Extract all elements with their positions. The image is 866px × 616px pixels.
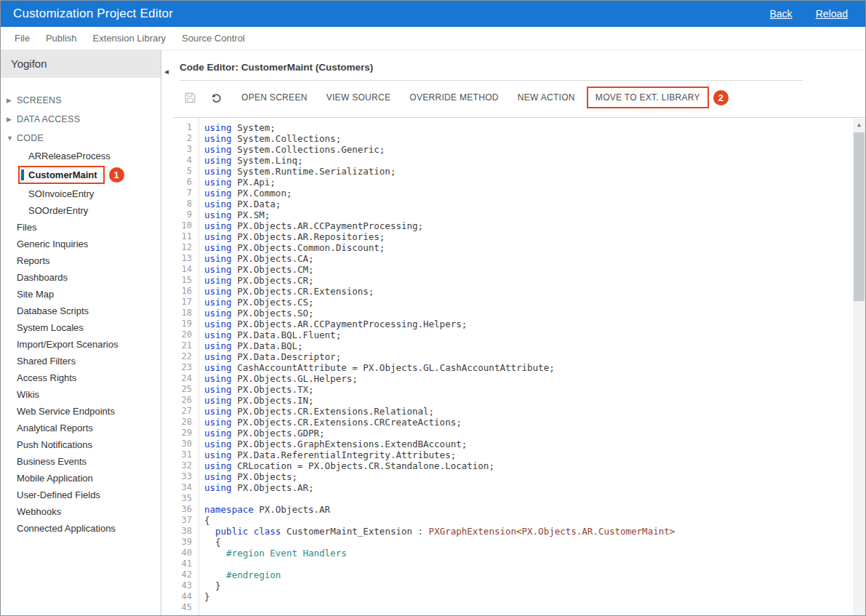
menu-item-publish[interactable]: Publish xyxy=(38,33,85,44)
menu-item-extension-library[interactable]: Extension Library xyxy=(85,33,174,44)
sidebar-item-generic-inquiries[interactable]: Generic Inquiries xyxy=(1,236,161,252)
code-line[interactable]: 5using System.Runtime.Serialization; xyxy=(174,166,853,177)
code-line[interactable]: 41 xyxy=(174,559,853,569)
code-line[interactable]: 22using PX.Data.Descriptor; xyxy=(174,351,853,362)
sidebar-item-soinvoiceentry[interactable]: SOInvoiceEntry xyxy=(1,185,161,202)
sidebar-item-dashboards[interactable]: Dashboards xyxy=(1,269,161,286)
line-number: 28 xyxy=(174,417,199,428)
line-number: 32 xyxy=(174,460,199,471)
code-line-text xyxy=(199,493,204,504)
code-line[interactable]: 10using PX.Objects.AR.CCPaymentProcessin… xyxy=(174,220,853,231)
undo-icon[interactable] xyxy=(206,92,226,104)
code-line[interactable]: 29using PX.Objects.GDPR; xyxy=(174,428,853,439)
code-lines[interactable]: 1using System;2using System.Collections;… xyxy=(174,118,853,616)
sidebar-section-data-access[interactable]: ▶ DATA ACCESS xyxy=(1,110,161,129)
code-line[interactable]: 11using PX.Objects.AR.Repositories; xyxy=(174,231,853,242)
code-line[interactable]: 33using PX.Objects; xyxy=(174,471,853,482)
sidebar-item-push-notifications[interactable]: Push Notifications xyxy=(1,436,161,453)
sidebar-item-wikis[interactable]: Wikis xyxy=(1,386,161,403)
code-line[interactable]: 35 xyxy=(174,493,853,504)
code-line[interactable]: 45 xyxy=(174,602,853,613)
code-line-text: using PX.Data.Descriptor; xyxy=(199,351,341,362)
reload-link[interactable]: Reload xyxy=(816,8,848,20)
code-line[interactable]: 40 #region Event Handlers xyxy=(174,548,853,559)
code-line[interactable]: 3using System.Collections.Generic; xyxy=(174,144,853,155)
open-screen-button[interactable]: OPEN SCREEN xyxy=(232,87,317,108)
code-line[interactable]: 36namespace PX.Objects.AR xyxy=(174,504,853,515)
code-line[interactable]: 17using PX.Objects.CS; xyxy=(174,297,853,308)
code-line[interactable]: 1using System; xyxy=(174,122,853,133)
code-line[interactable]: 34using PX.Objects.AR; xyxy=(174,482,853,493)
code-line[interactable]: 15using PX.Objects.CR; xyxy=(174,275,853,286)
code-line[interactable]: 7using PX.Common; xyxy=(174,188,853,199)
sidebar-item-files[interactable]: Files xyxy=(1,219,161,236)
code-line[interactable]: 18using PX.Objects.SO; xyxy=(174,308,853,319)
scroll-up-icon[interactable]: ▲ xyxy=(853,119,865,131)
code-line[interactable]: 16using PX.Objects.CR.Extensions; xyxy=(174,286,853,297)
new-action-button[interactable]: NEW ACTION xyxy=(508,87,585,108)
project-tree-panel: Yogifon ▶ SCREENS ▶ DATA ACCESS ▼ CODE A… xyxy=(1,50,161,616)
sidebar-item-user-defined-fields[interactable]: User-Defined Fields xyxy=(1,487,161,503)
code-line[interactable]: 43 } xyxy=(174,580,853,591)
code-line[interactable]: 25using PX.Objects.TX; xyxy=(174,384,853,395)
menu-item-file[interactable]: File xyxy=(7,33,38,44)
code-line[interactable]: 37{ xyxy=(174,515,853,526)
sidebar-item-reports[interactable]: Reports xyxy=(1,252,161,269)
sidebar-item-system-locales[interactable]: System Locales xyxy=(1,319,161,336)
menu-item-source-control[interactable]: Source Control xyxy=(174,33,253,44)
panel-collapse-icon[interactable]: ◄ xyxy=(163,68,170,76)
sidebar-item-access-rights[interactable]: Access Rights xyxy=(1,369,161,386)
sidebar-item-arreleaseprocess[interactable]: ARReleaseProcess xyxy=(1,148,161,164)
code-editor[interactable]: 1using System;2using System.Collections;… xyxy=(174,117,865,616)
code-line[interactable]: 42 #endregion xyxy=(174,569,853,580)
sidebar-item-business-events[interactable]: Business Events xyxy=(1,453,161,470)
sidebar-item-shared-filters[interactable]: Shared Filters xyxy=(1,353,161,369)
code-line[interactable]: 19using PX.Objects.AR.CCPaymentProcessin… xyxy=(174,319,853,329)
save-icon[interactable] xyxy=(180,92,200,103)
sidebar-item-connected-applications[interactable]: Connected Applications xyxy=(1,520,161,537)
code-line[interactable]: 28using PX.Objects.CR.Extensions.CRCreat… xyxy=(174,417,853,428)
code-line[interactable]: 8using PX.Data; xyxy=(174,199,853,209)
line-number: 22 xyxy=(174,351,199,362)
sidebar-item-import-export-scenarios[interactable]: Import/Export Scenarios xyxy=(1,336,161,353)
code-line[interactable]: 32using CRLocation = PX.Objects.CR.Stand… xyxy=(174,460,853,471)
code-line[interactable]: 30using PX.Objects.GraphExtensions.Exten… xyxy=(174,439,853,449)
sidebar-item-database-scripts[interactable]: Database Scripts xyxy=(1,303,161,319)
move-to-ext-library-button[interactable]: MOVE TO EXT. LIBRARY xyxy=(588,88,707,107)
line-number: 45 xyxy=(174,602,199,613)
code-line[interactable]: 2using System.Collections; xyxy=(174,133,853,144)
sidebar-item-webhooks[interactable]: Webhooks xyxy=(1,503,161,520)
code-line[interactable]: 44} xyxy=(174,591,853,602)
line-number: 43 xyxy=(174,580,199,591)
scrollbar-thumb[interactable] xyxy=(854,132,865,301)
code-line[interactable]: 20using PX.Data.BQL.Fluent; xyxy=(174,329,853,340)
code-line[interactable]: 4using System.Linq; xyxy=(174,155,853,166)
override-method-button[interactable]: OVERRIDE METHOD xyxy=(400,87,508,108)
back-link[interactable]: Back xyxy=(770,8,793,20)
view-source-button[interactable]: VIEW SOURCE xyxy=(317,87,401,108)
code-line[interactable]: 23using CashAccountAttribute = PX.Object… xyxy=(174,362,853,373)
code-line[interactable]: 14using PX.Objects.CM; xyxy=(174,264,853,275)
code-line[interactable]: 24using PX.Objects.GL.Helpers; xyxy=(174,373,853,384)
chevron-down-icon: ▼ xyxy=(7,135,17,142)
code-line[interactable]: 26using PX.Objects.IN; xyxy=(174,395,853,406)
code-line[interactable]: 13using PX.Objects.CA; xyxy=(174,253,853,264)
sidebar-item-soorderentry[interactable]: SOOrderEntry xyxy=(1,202,161,219)
code-line[interactable]: 27using PX.Objects.CR.Extensions.Relatio… xyxy=(174,406,853,417)
code-line[interactable]: 21using PX.Data.BQL; xyxy=(174,340,853,351)
sidebar-item-site-map[interactable]: Site Map xyxy=(1,286,161,303)
sidebar-item-web-service-endpoints[interactable]: Web Service Endpoints xyxy=(1,403,161,420)
sidebar-item-customermaint-row: CustomerMaint 1 xyxy=(1,164,161,185)
sidebar-section-code[interactable]: ▼ CODE xyxy=(1,129,161,148)
code-line[interactable]: 6using PX.Api; xyxy=(174,177,853,188)
code-line[interactable]: 12using PX.Objects.Common.Discount; xyxy=(174,242,853,253)
vertical-scrollbar[interactable]: ▲ xyxy=(853,119,865,616)
code-line[interactable]: 38 public class CustomerMaint_Extension … xyxy=(174,526,853,537)
code-line[interactable]: 9using PX.SM; xyxy=(174,209,853,220)
sidebar-item-customermaint[interactable]: CustomerMaint xyxy=(28,169,97,180)
sidebar-item-analytical-reports[interactable]: Analytical Reports xyxy=(1,420,161,436)
sidebar-item-mobile-application[interactable]: Mobile Application xyxy=(1,470,161,487)
code-line[interactable]: 31using PX.Data.ReferentialIntegrity.Att… xyxy=(174,449,853,460)
sidebar-section-screens[interactable]: ▶ SCREENS xyxy=(1,91,161,110)
code-line[interactable]: 39 { xyxy=(174,537,853,548)
